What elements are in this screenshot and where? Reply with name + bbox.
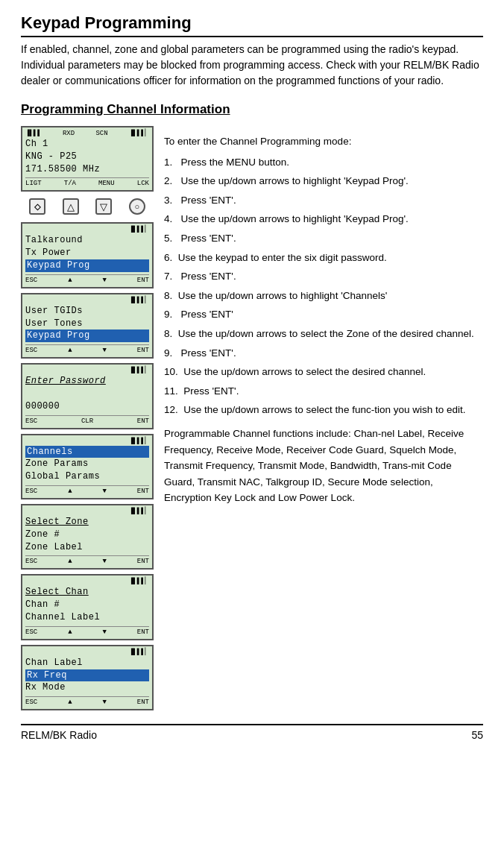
lbl-dn-6: ▼: [102, 558, 106, 565]
lbl-up-2: ▲: [68, 277, 72, 284]
lcd-p5-line2: Zone Params: [25, 458, 149, 470]
lbl-up-5: ▲: [68, 488, 72, 495]
lbl-ent-3: ENT: [137, 347, 149, 354]
lcd-top-bar-3: ▐▌▌▌▏: [25, 296, 149, 304]
lcd-panel-7: ▐▌▌▌▏ Select Chan Chan # Channel Label E…: [21, 574, 154, 640]
lbl-ligt: LIGT: [25, 180, 42, 187]
lbl-esc-2: ESC: [25, 277, 37, 284]
section-heading: Programming Channel Information: [21, 102, 483, 117]
lbl-ent-2: ENT: [137, 277, 149, 284]
lcd-p2-line1: Talkaround: [25, 234, 149, 247]
battery-icon: ▐▌▌▌▏: [129, 129, 149, 137]
lbl-esc-6: ESC: [25, 558, 37, 565]
lcd-panel-5: ▐▌▌▌▏ Channels Zone Params Global Params…: [21, 434, 154, 499]
step-5: 5. Press 'ENT'.: [164, 230, 483, 247]
lbl-ent-7: ENT: [137, 628, 149, 636]
battery-icon-8: ▐▌▌▌▏: [129, 648, 149, 656]
lcd-top-bar-2: ▐▌▌▌▏: [25, 225, 149, 233]
step-10: 10. Use the up/down arrows to select the…: [164, 364, 483, 380]
lcd-top-bar-5: ▐▌▌▌▏: [25, 437, 149, 445]
lbl-dn-8: ▼: [102, 699, 106, 706]
main-layout: ▐▌▌▌ RXD SCN ▐▌▌▌▏ Ch 1 KNG - P25 171.58…: [21, 126, 483, 710]
round-button[interactable]: ○: [129, 198, 145, 215]
lbl-esc-8: ESC: [25, 699, 37, 706]
lbl-ent-8: ENT: [137, 699, 149, 706]
closing-para: Programmable Channel functions include: …: [164, 426, 483, 506]
footer-right: 55: [471, 729, 483, 741]
lcd-p4-line3: 000000: [25, 400, 149, 413]
intro-instruction: To enter the Channel Programming mode:: [164, 133, 483, 150]
lcd-panel-2: ▐▌▌▌▏ Talkaround Tx Power Keypad Prog ES…: [21, 222, 154, 288]
lcd-p4-line2: [25, 388, 149, 400]
battery-icon-3: ▐▌▌▌▏: [129, 296, 149, 304]
page-footer: RELM/BK Radio 55: [21, 724, 483, 741]
page-title: Keypad Programming: [21, 13, 483, 37]
step-9: 9. Press 'ENT': [164, 306, 483, 323]
lcd-bottom-bar-6: ESC ▲ ▼ ENT: [25, 555, 149, 565]
lcd-panel-1: ▐▌▌▌ RXD SCN ▐▌▌▌▏ Ch 1 KNG - P25 171.58…: [21, 126, 154, 192]
lbl-esc-7: ESC: [25, 628, 37, 636]
scn-label: SCN: [95, 130, 107, 137]
lcd-p6-line1: Select Zone: [25, 516, 149, 529]
battery-icon-5: ▐▌▌▌▏: [129, 437, 149, 445]
lcd-line-freq: 171.58500 MHz: [25, 163, 149, 176]
lcd-panel-6: ▐▌▌▌▏ Select Zone Zone # Zone Label ESC …: [21, 504, 154, 570]
lcd-bottom-bar-3: ESC ▲ ▼ ENT: [25, 344, 149, 354]
instructions-column: To enter the Channel Programming mode: 1…: [164, 126, 483, 511]
lbl-ent-5: ENT: [137, 488, 149, 495]
lcd-p7-line3: Channel Label: [25, 611, 149, 624]
lcd-p3-line3-highlight: Keypad Prog: [25, 329, 149, 342]
lcd-p5-line1-highlight: Channels: [25, 446, 149, 458]
step-9b: 9. Press 'ENT'.: [164, 345, 483, 362]
lbl-menu: MENU: [98, 180, 115, 187]
battery-icon-2: ▐▌▌▌▏: [129, 225, 149, 233]
lcd-bottom-bar-2: ESC ▲ ▼ ENT: [25, 274, 149, 284]
lbl-dn-5: ▼: [102, 488, 106, 495]
lcd-panel-4: ▐▌▌▌▏ Enter Password 000000 ESC CLR ENT: [21, 363, 154, 429]
lcd-line-ch: Ch 1: [25, 138, 149, 151]
battery-icon-4: ▐▌▌▌▏: [129, 366, 149, 374]
lcd-bottom-bar-1: LIGT T/A MENU LCK: [25, 177, 149, 187]
step-7: 7. Press 'ENT'.: [164, 268, 483, 285]
lcd-top-bar-8: ▐▌▌▌▏: [25, 648, 149, 656]
intro-paragraph: If enabled, channel, zone and global par…: [21, 42, 483, 89]
lbl-esc-5: ESC: [25, 488, 37, 495]
lcd-p8-line2-highlight: Rx Freq: [25, 669, 149, 682]
lbl-ent-4: ENT: [137, 417, 149, 425]
lcd-column: ▐▌▌▌ RXD SCN ▐▌▌▌▏ Ch 1 KNG - P25 171.58…: [21, 126, 154, 710]
step-6: 6. Use the keypad to enter the six digit…: [164, 250, 483, 266]
lcd-p2-line3-highlight: Keypad Prog: [25, 259, 149, 272]
step-3: 3. Press 'ENT'.: [164, 192, 483, 209]
lbl-up-8: ▲: [68, 699, 72, 706]
lcd-p4-line1: Enter Password: [25, 375, 149, 388]
lcd-top-bar-7: ▐▌▌▌▏: [25, 577, 149, 585]
step-1: 1. Press the MENU button.: [164, 154, 483, 171]
footer-left: RELM/BK Radio: [21, 729, 97, 741]
lcd-p7-line2: Chan #: [25, 599, 149, 611]
lcd-p2-line2: Tx Power: [25, 247, 149, 259]
lbl-dn-3: ▼: [102, 347, 106, 354]
lcd-top-bar-4: ▐▌▌▌▏: [25, 366, 149, 374]
diamond-button[interactable]: ◇: [29, 198, 45, 215]
lbl-clr-4: CLR: [81, 417, 93, 425]
step-12: 12. Use the up/down arrows to select the…: [164, 402, 483, 418]
lcd-top-bar-6: ▐▌▌▌▏: [25, 507, 149, 515]
lcd-button-row-1: ◇ △ ▽ ○: [21, 198, 154, 215]
up-button[interactable]: △: [63, 198, 79, 215]
lcd-p8-line3: Rx Mode: [25, 681, 149, 694]
step-8b: 8. Use the up/down arrows to select the …: [164, 326, 483, 342]
step-8: 8. Use the up/down arrows to highlight '…: [164, 288, 483, 304]
lcd-panel-3: ▐▌▌▌▏ User TGIDs User Tones Keypad Prog …: [21, 293, 154, 359]
lbl-up-6: ▲: [68, 558, 72, 565]
lbl-dn-7: ▼: [102, 628, 106, 636]
lbl-ta: T/A: [64, 180, 76, 187]
down-button[interactable]: ▽: [95, 198, 112, 215]
lcd-top-bar-1: ▐▌▌▌ RXD SCN ▐▌▌▌▏: [25, 129, 149, 137]
battery-icon-7: ▐▌▌▌▏: [129, 577, 149, 585]
battery-icon-6: ▐▌▌▌▏: [129, 507, 149, 515]
lcd-panel-8: ▐▌▌▌▏ Chan Label Rx Freq Rx Mode ESC ▲ ▼…: [21, 645, 154, 710]
lbl-lck: LCK: [137, 180, 149, 187]
rxd-label: RXD: [63, 130, 75, 137]
lcd-line-model: KNG - P25: [25, 151, 149, 163]
lbl-esc-4: ESC: [25, 417, 37, 425]
